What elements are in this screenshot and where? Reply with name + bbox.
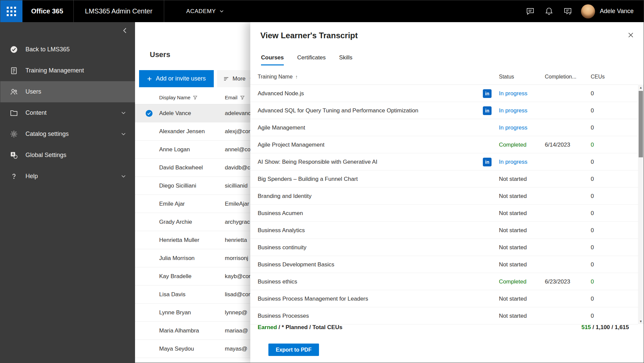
training-status: Not started <box>499 256 527 273</box>
scroll-down-icon[interactable]: ▼ <box>638 318 644 324</box>
sidebar-item-back-to-lms365[interactable]: Back to LMS365 <box>0 39 135 60</box>
topbar-divider <box>164 0 164 22</box>
tenant-name: ACADEMY <box>186 8 216 15</box>
help-icon <box>10 172 18 180</box>
scroll-up-icon[interactable]: ▲ <box>638 85 644 90</box>
ceu-summary-labels: Earned / * Planned / Total CEUs <box>258 321 342 334</box>
column-ceus[interactable]: CEUs <box>591 69 605 85</box>
column-training-name[interactable]: Training Name ↑ <box>258 69 298 85</box>
training-ceus: 0 <box>591 188 594 205</box>
users-icon <box>10 88 18 96</box>
chat-button[interactable] <box>521 0 539 22</box>
column-display-name[interactable]: Display Name <box>159 90 198 104</box>
training-ceus: 0 <box>591 290 594 307</box>
training-row[interactable]: Business ethicsCompleted6/23/20230 <box>250 273 638 290</box>
avatar[interactable] <box>581 4 595 18</box>
chevron-down-icon <box>219 9 224 14</box>
training-ceus: 0 <box>591 170 594 188</box>
training-row[interactable]: Business Process Management for LeadersN… <box>250 290 638 307</box>
users-toolbar: + Add or invite users More <box>139 70 261 87</box>
training-row[interactable]: Advanced Node.jsinIn progress0 <box>250 85 638 102</box>
bell-icon <box>544 7 554 16</box>
training-row[interactable]: Agile Project ManagementCompleted6/14/20… <box>250 136 638 153</box>
training-name: Agile Management <box>258 119 305 136</box>
training-name: Advanced SQL for Query Tuning and Perfor… <box>258 102 418 119</box>
transcript-panel: View Learner's Transcript CoursesCertifi… <box>250 22 644 363</box>
user-email: kayb@cor <box>225 267 251 286</box>
training-row[interactable]: Business Development BasicsNot started0 <box>250 256 638 273</box>
training-ceus: 0 <box>591 239 594 256</box>
training-status: In progress <box>499 119 527 136</box>
app-title[interactable]: LMS365 Admin Center <box>74 7 164 15</box>
user-email: davidb@c <box>225 159 250 177</box>
user-email: mayas@ <box>225 340 247 358</box>
training-status: Not started <box>499 205 527 222</box>
column-status[interactable]: Status <box>499 69 514 85</box>
export-to-pdf-button[interactable]: Export to PDF <box>268 344 319 356</box>
user-display-name: Grady Archie <box>159 213 192 231</box>
close-button[interactable] <box>627 32 634 39</box>
user-email: annel@co <box>225 141 251 159</box>
training-row[interactable]: Agile ManagementIn progress0 <box>250 119 638 136</box>
training-row[interactable]: Business AcumenNot started0 <box>250 205 638 222</box>
sidebar-item-content[interactable]: Content <box>0 102 135 123</box>
training-row[interactable]: Business continuityNot started0 <box>250 239 638 256</box>
training-row[interactable]: AI Show: Being Responsible with Generati… <box>250 153 638 170</box>
earned-value: 515 <box>581 324 591 330</box>
sidebar-item-label: Users <box>25 88 41 95</box>
user-email: lisad@cor <box>225 286 250 304</box>
training-row[interactable]: Branding and IdentityNot started0 <box>250 188 638 205</box>
training-row[interactable]: Advanced SQL for Query Tuning and Perfor… <box>250 102 638 119</box>
selected-check-icon <box>145 110 153 117</box>
topbar-right: Adele Vance <box>521 0 644 22</box>
chat-icon <box>526 7 535 16</box>
feedback-button[interactable] <box>558 0 577 22</box>
training-status: In progress <box>499 153 527 170</box>
sidebar-item-global-settings[interactable]: Global Settings <box>0 145 135 166</box>
training-name: Business continuity <box>258 239 307 256</box>
sidebar-item-catalog-settings[interactable]: Catalog settings <box>0 123 135 145</box>
user-email: morrisonj <box>225 249 248 267</box>
app-launcher-button[interactable] <box>0 0 22 22</box>
sidebar-collapse-row <box>0 22 135 39</box>
user-display-name: David Backwheel <box>159 159 203 177</box>
sidebar-nav: Back to LMS365Training ManagementUsersCo… <box>0 39 135 187</box>
tab-skills[interactable]: Skills <box>339 54 352 65</box>
more-button-label: More <box>233 75 246 82</box>
training-status: Not started <box>499 222 527 239</box>
sidebar-item-label: Content <box>25 109 47 116</box>
training-ceus: 0 <box>591 85 594 102</box>
planned-total-label: / * Planned / Total CEUs <box>277 324 342 330</box>
column-completion[interactable]: Completion... <box>545 69 576 85</box>
sidebar-item-training-management[interactable]: Training Management <box>0 60 135 81</box>
sidebar-item-users[interactable]: Users <box>0 81 135 102</box>
planned-total-value: / 1,100 / 1,615 <box>591 324 629 330</box>
screen: Office 365 LMS365 Admin Center ACADEMY A… <box>0 0 644 363</box>
panel-title: View Learner's Transcript <box>260 31 358 40</box>
chevron-down-icon <box>121 131 126 137</box>
folder-icon <box>10 109 18 117</box>
collapse-sidebar-button[interactable] <box>122 27 128 34</box>
tab-certificates[interactable]: Certificates <box>297 54 326 65</box>
training-name: Branding and Identity <box>258 188 312 205</box>
linkedin-icon: in <box>483 158 492 166</box>
training-row[interactable]: Business AnalyticsNot started0 <box>250 222 638 239</box>
tab-courses[interactable]: Courses <box>261 54 284 65</box>
scrollbar[interactable]: ▲ ▼ <box>638 85 644 324</box>
training-ceus: 0 <box>591 102 594 119</box>
user-name[interactable]: Adele Vance <box>600 8 634 15</box>
tenant-selector[interactable]: ACADEMY <box>186 8 224 15</box>
brand-office365[interactable]: Office 365 <box>22 7 73 15</box>
notifications-button[interactable] <box>539 0 558 22</box>
user-display-name: Anne Logan <box>159 141 190 159</box>
sidebar: Back to LMS365Training ManagementUsersCo… <box>0 22 135 363</box>
training-row[interactable]: Big Spenders – Building a Funnel ChartNo… <box>250 170 638 188</box>
scrollbar-thumb[interactable] <box>639 91 643 157</box>
add-or-invite-users-button[interactable]: + Add or invite users <box>139 70 214 87</box>
column-email[interactable]: Email <box>225 90 245 104</box>
filter-icon <box>240 95 245 100</box>
user-email: EmileAjar <box>225 195 249 213</box>
sidebar-item-help[interactable]: Help <box>0 166 135 187</box>
training-ceus: 0 <box>591 205 594 222</box>
sidebar-item-label: Help <box>25 173 38 180</box>
